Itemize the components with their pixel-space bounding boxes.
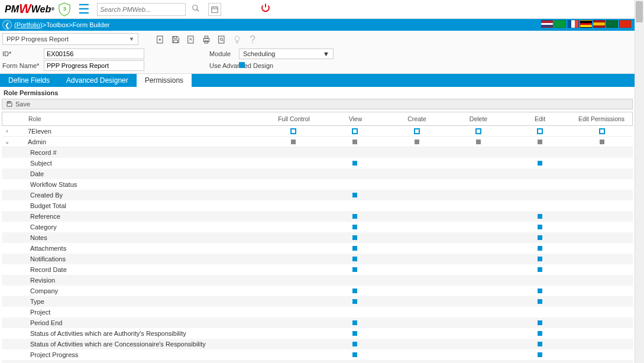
delete-icon[interactable]	[185, 33, 198, 46]
module-dropdown[interactable]: Scheduling ▼	[239, 48, 334, 59]
menu-icon[interactable]: ☰	[75, 2, 93, 17]
breadcrumb-toolbox[interactable]: Toolbox	[46, 21, 69, 28]
field-row: Attachments	[2, 243, 633, 254]
formname-field[interactable]	[44, 60, 144, 71]
id-field[interactable]	[44, 48, 144, 59]
edit-checkbox[interactable]	[538, 257, 542, 261]
edit-checkbox[interactable]	[538, 352, 542, 357]
permission-checkbox[interactable]	[415, 140, 419, 144]
flag-de[interactable]	[580, 20, 592, 28]
svg-rect-2	[212, 7, 218, 12]
view-checkbox[interactable]	[352, 331, 357, 336]
shield-badge[interactable]: 3	[58, 2, 71, 17]
scrollbar-thumb[interactable]	[636, 1, 643, 22]
edit-checkbox[interactable]	[538, 225, 542, 229]
flag-cn[interactable]	[619, 20, 631, 28]
caret-down-icon: ▼	[323, 50, 329, 57]
field-row: Revision	[2, 275, 633, 286]
search-icon[interactable]	[189, 4, 202, 14]
field-row: Project Progress	[2, 349, 633, 360]
tab-define-fields[interactable]: Define Fields	[0, 74, 58, 87]
save-icon[interactable]	[169, 33, 182, 46]
field-row: Category	[2, 222, 633, 232]
permission-checkbox[interactable]	[290, 128, 296, 134]
field-row: Financial Performance Reporting	[2, 360, 633, 363]
search-input[interactable]	[100, 6, 183, 13]
permission-checkbox[interactable]	[352, 128, 358, 134]
permission-checkbox[interactable]	[291, 140, 296, 144]
permission-checkbox[interactable]	[538, 140, 542, 144]
edit-checkbox[interactable]	[538, 289, 542, 293]
permission-checkbox[interactable]	[475, 128, 481, 134]
permission-checkbox[interactable]	[476, 140, 481, 144]
section-title: Role Permissions	[0, 87, 635, 99]
view-checkbox[interactable]	[352, 299, 357, 304]
save-button[interactable]: Save	[2, 99, 633, 109]
edit-checkbox[interactable]	[538, 161, 542, 166]
breadcrumb: ❮ (Portfolio) > Toolbox > Form Builder	[0, 19, 635, 31]
flag-br[interactable]	[554, 20, 566, 28]
idea-icon[interactable]	[231, 33, 244, 46]
col-role: Role	[24, 115, 263, 122]
edit-checkbox[interactable]	[538, 342, 542, 346]
edit-checkbox[interactable]	[538, 246, 542, 251]
tab-advanced-designer[interactable]: Advanced Designer	[58, 74, 137, 87]
expand-icon[interactable]: ›	[2, 128, 12, 134]
permission-checkbox[interactable]	[599, 128, 605, 134]
view-checkbox[interactable]	[352, 235, 357, 240]
view-checkbox[interactable]	[352, 289, 357, 293]
view-checkbox[interactable]	[352, 342, 357, 346]
view-checkbox[interactable]	[352, 267, 357, 272]
formname-label: Form Name*	[2, 62, 44, 69]
edit-checkbox[interactable]	[538, 214, 542, 219]
role-name: 7Eleven	[23, 128, 263, 135]
print-icon[interactable]	[200, 33, 213, 46]
expand-icon[interactable]: ⌄	[2, 138, 12, 145]
new-record-icon[interactable]	[154, 33, 167, 46]
view-checkbox[interactable]	[352, 225, 357, 229]
view-checkbox[interactable]	[352, 193, 357, 197]
field-name: Created By	[23, 192, 263, 199]
language-flags	[541, 20, 631, 28]
calendar-icon[interactable]	[208, 3, 221, 16]
view-checkbox[interactable]	[352, 352, 357, 357]
view-checkbox[interactable]	[352, 257, 357, 261]
flag-fr[interactable]	[567, 20, 579, 28]
edit-checkbox[interactable]	[538, 267, 542, 272]
form-select-dropdown[interactable]: PPP Progress Report ▼	[2, 33, 138, 45]
permission-checkbox[interactable]	[600, 140, 604, 144]
flag-us[interactable]	[541, 20, 553, 28]
field-name: Attachments	[23, 245, 263, 252]
power-icon[interactable]	[260, 2, 271, 16]
col-editperm: Edit Permissions	[571, 115, 632, 122]
vertical-scrollbar[interactable]	[635, 0, 644, 363]
edit-checkbox[interactable]	[538, 331, 542, 336]
record-toolbar: ?	[148, 33, 259, 46]
view-checkbox[interactable]	[352, 214, 357, 219]
edit-checkbox[interactable]	[538, 299, 542, 304]
flag-es[interactable]	[593, 20, 605, 28]
edit-checkbox[interactable]	[538, 235, 542, 240]
advdesign-checkbox[interactable]	[239, 62, 245, 68]
svg-line-19	[222, 40, 224, 41]
search-input-wrap[interactable]	[97, 3, 186, 16]
tab-permissions[interactable]: Permissions	[137, 74, 192, 87]
edit-checkbox[interactable]	[538, 320, 542, 325]
field-row: Workflow Status	[2, 179, 633, 190]
back-button[interactable]: ❮	[2, 20, 12, 30]
breadcrumb-portfolio[interactable]: (Portfolio)	[14, 21, 43, 28]
field-row: Record Date	[2, 264, 633, 275]
app-logo: PMWWeb®	[5, 3, 54, 16]
permission-checkbox[interactable]	[414, 128, 420, 134]
permission-checkbox[interactable]	[352, 140, 357, 144]
flag-sa[interactable]	[606, 20, 618, 28]
breadcrumb-formbuilder: Form Builder	[72, 21, 109, 28]
view-checkbox[interactable]	[352, 320, 357, 325]
permission-checkbox[interactable]	[537, 128, 543, 134]
save-icon	[6, 101, 13, 108]
field-row: Subject	[2, 158, 633, 168]
view-checkbox[interactable]	[352, 246, 357, 251]
preview-icon[interactable]	[215, 33, 228, 46]
view-checkbox[interactable]	[352, 161, 357, 166]
help-icon[interactable]: ?	[246, 33, 259, 46]
